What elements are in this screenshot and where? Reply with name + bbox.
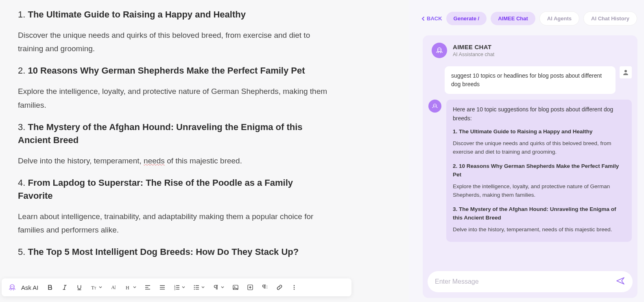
svg-text:H: H	[126, 285, 129, 291]
heading-number: 3.	[18, 122, 25, 132]
text: Delve into the history, temperament,	[18, 156, 144, 165]
chevron-down-icon	[181, 285, 186, 289]
paragraph-icon	[212, 284, 220, 291]
heading-number: 4.	[18, 178, 25, 188]
svg-point-28	[194, 289, 194, 289]
bullet-list-button[interactable]	[190, 281, 208, 294]
svg-point-38	[266, 287, 267, 287]
chat-messages: suggest 10 topics or headlines for blog …	[423, 64, 637, 267]
chevron-down-icon	[220, 285, 225, 289]
italic-button[interactable]	[58, 281, 71, 294]
doc-paragraph[interactable]: Delve into the history, temperament, nee…	[18, 154, 327, 167]
heading-number: 5.	[18, 247, 25, 257]
person-icon	[622, 69, 629, 76]
font-size-button[interactable]: TT	[87, 281, 105, 294]
heading-number: 2.	[18, 65, 25, 76]
tab-aimee-chat[interactable]: AIMEE Chat	[491, 12, 535, 25]
doc-paragraph[interactable]: Explore the intelligence, loyalty, and p…	[18, 85, 327, 112]
ai-item-title: 1. The Ultimate Guide to Raising a Happy…	[453, 128, 625, 136]
svg-point-11	[115, 287, 116, 288]
doc-heading-2[interactable]: 2. 10 Reasons Why German Shepherds Make …	[18, 64, 327, 77]
doc-heading-4[interactable]: 4. From Lapdog to Superstar: The Rise of…	[18, 176, 327, 202]
chat-header: AIMEE CHAT AI Assistance chat	[423, 35, 637, 64]
svg-point-44	[438, 49, 439, 50]
doc-heading-3[interactable]: 3. The Mystery of the Afghan Hound: Unra…	[18, 121, 327, 147]
image-icon	[232, 284, 239, 291]
svg-point-46	[624, 70, 627, 72]
text: of this majestic breed.	[165, 156, 242, 165]
ai-message: Here are 10 topic suggestions for blog p…	[446, 100, 632, 242]
doc-paragraph[interactable]: Discover the unique needs and quirks of …	[18, 28, 327, 56]
svg-point-26	[194, 285, 194, 286]
panel-header: BACK Generate / AIMEE Chat AI Agents AI …	[409, 0, 644, 31]
bullet-list-icon	[193, 284, 200, 291]
back-label: BACK	[427, 15, 442, 22]
text-color-button[interactable]: A	[107, 281, 120, 294]
svg-point-12	[115, 289, 116, 289]
paragraph-direction-icon	[261, 284, 269, 291]
ask-ai-label: Ask AI	[20, 284, 42, 291]
svg-point-27	[194, 287, 194, 288]
spelling-error[interactable]: needs	[144, 156, 165, 165]
chat-container: AIMEE CHAT AI Assistance chat suggest 10…	[423, 35, 637, 298]
svg-point-45	[440, 49, 441, 50]
paragraph-button[interactable]	[210, 281, 227, 294]
tab-ai-agents[interactable]: AI Agents	[539, 11, 579, 26]
bold-button[interactable]	[44, 281, 57, 294]
link-icon	[276, 284, 283, 291]
back-button[interactable]: BACK	[421, 15, 442, 22]
svg-point-42	[293, 289, 294, 289]
svg-point-33	[234, 286, 235, 287]
chat-subtitle: AI Assistance chat	[453, 52, 494, 57]
doc-paragraph[interactable]: Learn about intelligence, trainability, …	[18, 210, 327, 237]
underline-button[interactable]	[73, 281, 86, 294]
bold-icon	[46, 284, 54, 291]
doc-heading-5[interactable]: 5. The Top 5 Most Intelligent Dog Breeds…	[18, 246, 327, 259]
chat-input-row	[428, 271, 633, 292]
editor-toolbar: Ask AI TT A H 123	[2, 278, 351, 296]
image-button[interactable]	[229, 281, 242, 294]
send-button[interactable]	[616, 276, 625, 287]
align-justify-button[interactable]	[156, 281, 169, 294]
ordered-list-button[interactable]: 123	[170, 281, 188, 294]
svg-point-0	[10, 285, 14, 289]
svg-point-48	[434, 105, 435, 106]
ai-item-desc: Explore the intelligence, loyalty, and p…	[453, 183, 625, 200]
octopus-icon	[435, 46, 444, 55]
ai-item-desc: Delve into the history, temperament, nee…	[453, 226, 625, 234]
tab-generate[interactable]: Generate /	[446, 12, 487, 25]
chat-input[interactable]	[435, 278, 616, 285]
doc-heading-1[interactable]: 1. The Ultimate Guide to Raising a Happy…	[18, 8, 327, 21]
heading-text: The Mystery of the Afghan Hound: Unravel…	[18, 122, 303, 145]
link-button[interactable]	[273, 281, 286, 294]
heading-text: From Lapdog to Superstar: The Rise of th…	[18, 178, 293, 201]
heading-text: The Ultimate Guide to Raising a Happy an…	[28, 9, 245, 20]
svg-text:T: T	[94, 287, 96, 290]
tab-ai-chat-history[interactable]: AI Chat History	[583, 11, 637, 26]
ai-item-title: 2. 10 Reasons Why German Shepherds Make …	[453, 162, 625, 179]
user-avatar	[620, 66, 632, 78]
paragraph-direction-button[interactable]	[258, 281, 271, 294]
svg-point-40	[293, 285, 294, 286]
underline-icon	[76, 284, 83, 291]
align-left-button[interactable]	[141, 281, 154, 294]
user-message: suggest 10 topics or headlines for blog …	[445, 66, 616, 94]
ai-avatar	[428, 100, 441, 113]
heading-button[interactable]: H	[122, 281, 140, 294]
ask-ai-button[interactable]	[6, 281, 19, 294]
insert-button[interactable]	[244, 281, 257, 294]
ai-item-title: 3. The Mystery of the Afghan Hound: Unra…	[453, 205, 625, 222]
heading-icon: H	[124, 284, 132, 291]
svg-text:A: A	[111, 285, 115, 290]
svg-point-49	[435, 105, 436, 106]
ai-avatar	[432, 43, 447, 58]
send-icon	[616, 276, 625, 286]
svg-point-37	[266, 286, 267, 286]
svg-point-10	[115, 286, 116, 287]
svg-point-41	[293, 287, 294, 288]
ai-message-row: Here are 10 topic suggestions for blog p…	[428, 100, 632, 242]
user-message-row: suggest 10 topics or headlines for blog …	[428, 66, 632, 94]
svg-point-2	[13, 286, 13, 287]
align-justify-icon	[159, 284, 166, 291]
more-button[interactable]	[288, 281, 301, 294]
